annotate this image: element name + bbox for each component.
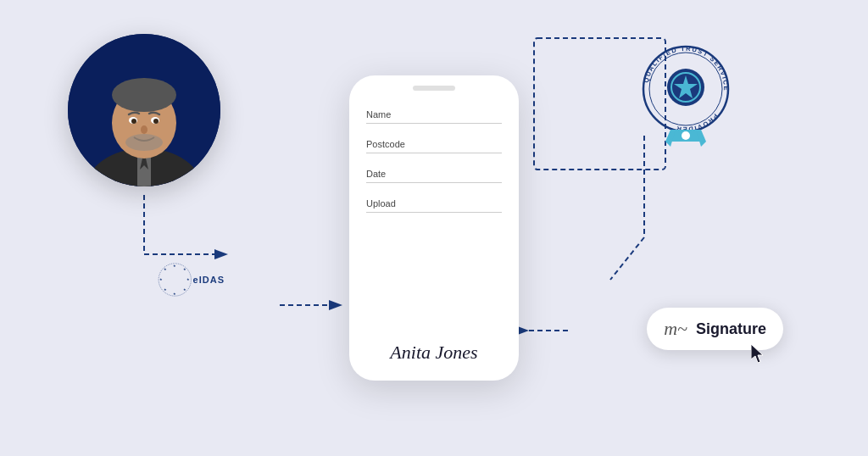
svg-text:★: ★ bbox=[183, 268, 186, 271]
form-field-date: Date bbox=[366, 169, 502, 183]
phone-form: Name Postcode Date Upload bbox=[366, 109, 502, 326]
form-label-postcode: Postcode bbox=[366, 139, 502, 149]
svg-text:★: ★ bbox=[173, 292, 176, 296]
form-line-date bbox=[366, 182, 502, 183]
avatar bbox=[68, 34, 220, 186]
form-field-postcode: Postcode bbox=[366, 139, 502, 153]
svg-marker-34 bbox=[751, 344, 763, 363]
form-line-name bbox=[366, 123, 502, 124]
main-scene: Name Postcode Date Upload Anita Jones bbox=[0, 0, 868, 456]
eidas-stars-svg: ★ ★ ★ ★ ★ ★ ★ ★ bbox=[157, 246, 193, 314]
svg-text:★: ★ bbox=[164, 288, 167, 292]
svg-point-12 bbox=[141, 125, 147, 134]
svg-text:★: ★ bbox=[183, 288, 186, 292]
form-line-postcode bbox=[366, 153, 502, 153]
trust-badge: QUALIFIED TRUST SERVICES PROVIDER bbox=[635, 38, 737, 157]
form-label-date: Date bbox=[366, 169, 502, 179]
svg-point-7 bbox=[112, 78, 176, 112]
phone-mockup: Name Postcode Date Upload Anita Jones bbox=[349, 75, 519, 381]
eidas-label: eIDAS bbox=[193, 275, 225, 285]
person-image bbox=[68, 34, 220, 186]
svg-text:★: ★ bbox=[173, 264, 176, 268]
form-field-upload: Upload bbox=[366, 198, 502, 213]
svg-point-11 bbox=[153, 119, 159, 124]
phone-notch bbox=[413, 86, 455, 91]
trust-seal-svg: QUALIFIED TRUST SERVICES PROVIDER bbox=[635, 38, 737, 157]
svg-point-10 bbox=[131, 119, 136, 124]
signature-icon: m~ bbox=[664, 318, 687, 340]
eidas-badge: ★ ★ ★ ★ ★ ★ ★ ★ eIDAS bbox=[157, 246, 225, 314]
signature-text: Anita Jones bbox=[366, 333, 502, 364]
form-label-upload: Upload bbox=[366, 198, 502, 209]
form-label-name: Name bbox=[366, 109, 502, 120]
eidas-circle: ★ ★ ★ ★ ★ ★ ★ ★ eIDAS bbox=[157, 246, 225, 314]
form-line-upload bbox=[366, 212, 502, 213]
svg-point-13 bbox=[125, 134, 163, 151]
cursor-icon bbox=[751, 344, 768, 364]
svg-point-33 bbox=[682, 131, 690, 140]
svg-text:★: ★ bbox=[159, 278, 163, 281]
signature-label: Signature bbox=[696, 320, 766, 338]
svg-text:★: ★ bbox=[186, 278, 190, 281]
svg-text:★: ★ bbox=[164, 268, 167, 271]
form-field-name: Name bbox=[366, 109, 502, 124]
